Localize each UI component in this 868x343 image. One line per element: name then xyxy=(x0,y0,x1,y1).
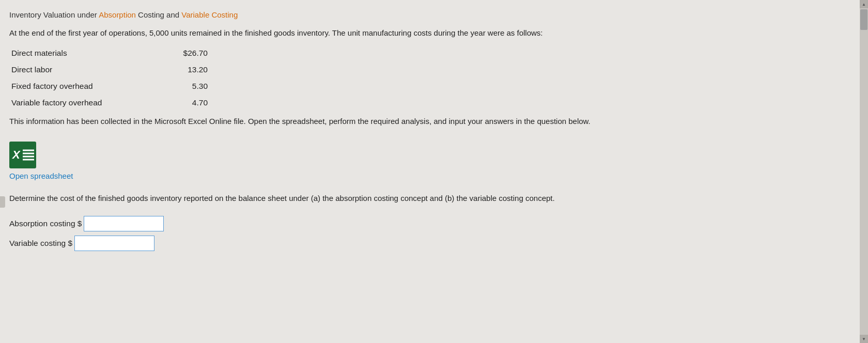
determine-text: Determine the cost of the finished goods… xyxy=(9,193,835,205)
scrollbar-thumb[interactable] xyxy=(860,9,867,30)
title-middle: Costing and xyxy=(136,10,181,19)
direct-labor-label: Direct labor xyxy=(11,65,156,74)
absorption-link[interactable]: Absorption xyxy=(99,10,136,19)
cost-row-direct-materials: Direct materials $26.70 xyxy=(11,49,835,58)
absorption-costing-input[interactable] xyxy=(84,216,164,231)
fixed-overhead-label: Fixed factory overhead xyxy=(11,82,156,91)
fixed-overhead-value: 5.30 xyxy=(156,82,208,91)
variable-overhead-value: 4.70 xyxy=(156,98,208,107)
excel-section: X Open spreadsheet xyxy=(9,142,835,180)
absorption-input-row: Absorption costing $ xyxy=(9,216,835,231)
variable-overhead-label: Variable factory overhead xyxy=(11,98,156,107)
excel-line-4 xyxy=(23,159,34,161)
scroll-down-arrow[interactable]: ▼ xyxy=(860,335,868,343)
excel-line-1 xyxy=(23,150,34,151)
variable-label: Variable costing $ xyxy=(9,239,72,248)
direct-labor-value: 13.20 xyxy=(156,65,208,74)
cost-row-direct-labor: Direct labor 13.20 xyxy=(11,65,835,74)
info-text: This information has been collected in t… xyxy=(9,116,835,128)
cost-row-fixed-overhead: Fixed factory overhead 5.30 xyxy=(11,82,835,91)
excel-icon[interactable]: X xyxy=(9,142,36,168)
excel-lines-decoration xyxy=(23,150,34,161)
main-content: Inventory Valuation under Absorption Cos… xyxy=(0,0,847,260)
title-line: Inventory Valuation under Absorption Cos… xyxy=(9,9,835,20)
excel-x-letter: X xyxy=(12,148,20,162)
cost-table: Direct materials $26.70 Direct labor 13.… xyxy=(11,49,835,107)
open-spreadsheet-link[interactable]: Open spreadsheet xyxy=(9,172,73,180)
scroll-up-arrow[interactable]: ▲ xyxy=(860,0,868,8)
excel-line-2 xyxy=(23,153,34,154)
input-section: Absorption costing $ Variable costing $ xyxy=(9,216,835,251)
variable-input-row: Variable costing $ xyxy=(9,236,835,251)
cost-row-variable-overhead: Variable factory overhead 4.70 xyxy=(11,98,835,107)
direct-materials-label: Direct materials xyxy=(11,49,156,58)
excel-icon-inner: X xyxy=(9,142,36,168)
variable-costing-input[interactable] xyxy=(74,236,154,251)
variable-link[interactable]: Variable Costing xyxy=(181,10,238,19)
direct-materials-value: $26.70 xyxy=(156,49,208,58)
excel-line-3 xyxy=(23,156,34,158)
left-indicator xyxy=(0,196,5,208)
title-prefix: Inventory Valuation under xyxy=(9,10,99,19)
absorption-label: Absorption costing $ xyxy=(9,219,82,228)
scrollbar[interactable]: ▲ ▼ xyxy=(860,0,868,343)
description-text: At the end of the first year of operatio… xyxy=(9,27,835,39)
